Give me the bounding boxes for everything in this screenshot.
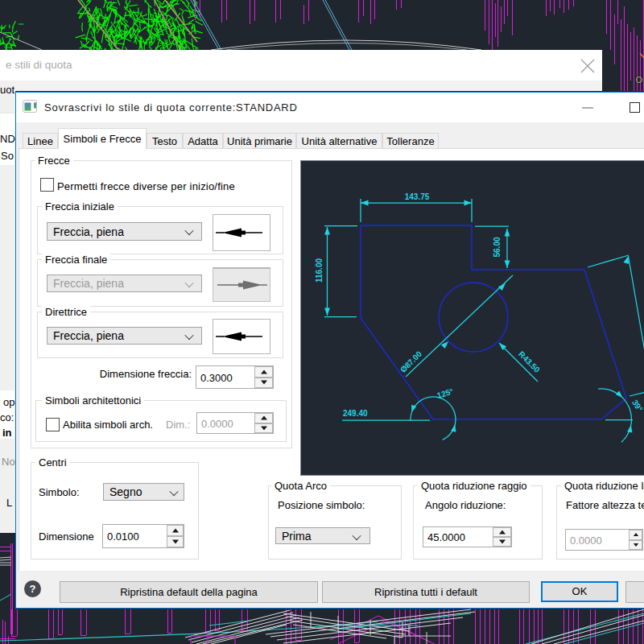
svg-text:143.75: 143.75: [405, 192, 430, 201]
svg-text:56.00: 56.00: [493, 237, 502, 257]
svg-text:249.40: 249.40: [343, 409, 368, 418]
svg-text:39°: 39°: [630, 398, 644, 414]
svg-text:116.00: 116.00: [315, 258, 324, 283]
svg-text:125°: 125°: [436, 386, 454, 400]
svg-text:R43.50: R43.50: [517, 349, 542, 374]
svg-text:Ø87.00: Ø87.00: [398, 349, 423, 374]
